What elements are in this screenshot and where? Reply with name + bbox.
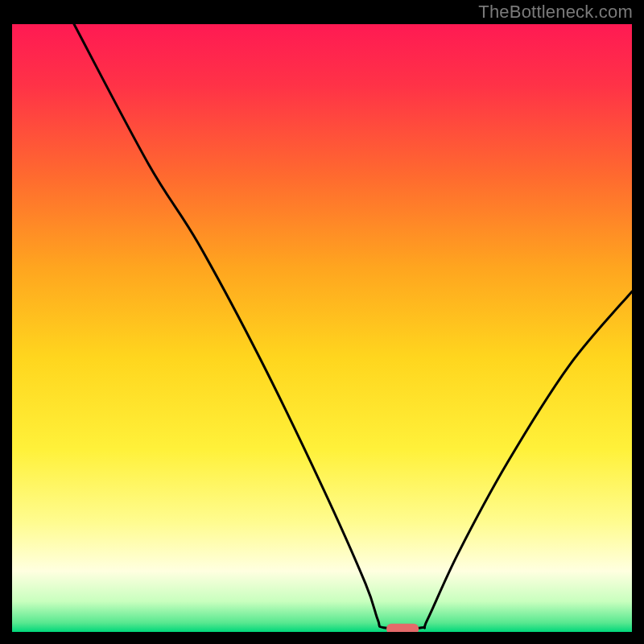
- chart-svg: [12, 24, 632, 632]
- watermark-text: TheBottleneck.com: [478, 2, 633, 23]
- optimum-marker: [386, 624, 419, 632]
- chart-frame: TheBottleneck.com: [0, 0, 644, 644]
- gradient-background: [12, 24, 632, 632]
- plot-area: [12, 24, 632, 632]
